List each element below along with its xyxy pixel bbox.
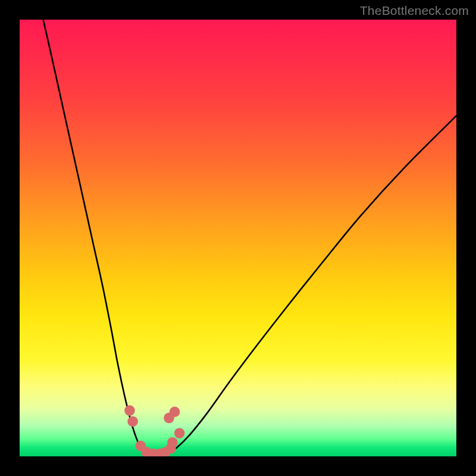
frame: TheBottleneck.com <box>0 0 476 476</box>
marker-bottom-dots-8 <box>167 437 178 448</box>
series-layer <box>43 20 456 455</box>
gradient-plot <box>20 20 456 456</box>
marker-bottom-dots-1 <box>127 416 138 427</box>
curve-layer <box>20 20 456 456</box>
series-right-curve <box>168 115 456 453</box>
marker-bottom-dots-9 <box>174 428 185 439</box>
marker-bottom-dots-11 <box>170 406 180 417</box>
marker-bottom-dots-0 <box>124 405 135 416</box>
watermark-text: TheBottleneck.com <box>360 4 469 18</box>
series-left-curve <box>43 20 146 454</box>
